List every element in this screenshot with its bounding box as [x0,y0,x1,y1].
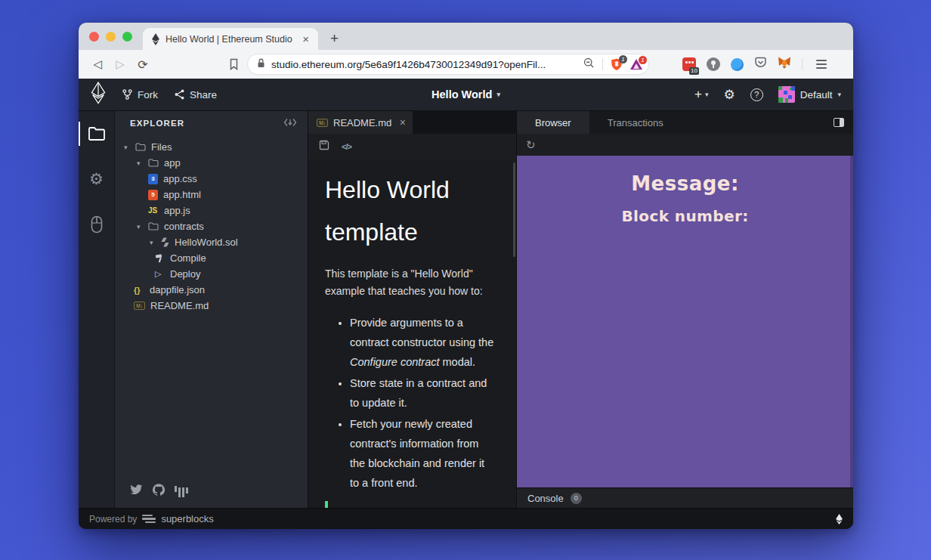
address-bar[interactable]: studio.ethereum.org/5e6a9f1426b473001234… [247,54,649,75]
tree-item-compile[interactable]: Compile [115,250,308,266]
activity-rail: ⚙ [79,111,115,508]
preview-toolbar: ↻ [517,134,853,156]
fork-label: Fork [138,89,158,101]
tree-label: app.css [163,173,197,184]
superblocks-label[interactable]: superblocks [161,513,213,524]
share-icon [175,89,184,100]
blue-extension-icon[interactable] [731,58,744,71]
tree-item-app-html[interactable]: 5 app.html [115,187,308,203]
divider [802,58,803,70]
tree-label: app [164,157,181,169]
minimize-window-button[interactable] [106,32,116,42]
caret-down-icon[interactable]: ▾ [124,144,130,151]
help-icon[interactable]: ? [750,88,763,101]
password-manager-extension-icon[interactable] [707,57,720,71]
tree-label: app.js [164,205,190,216]
tree-label: dappfile.json [150,284,205,295]
js-file-icon: JS [148,206,159,215]
superblocks-logo [142,515,156,524]
bookmark-icon[interactable] [228,58,240,70]
console-bar[interactable]: Console 0 [517,487,853,508]
github-icon[interactable] [153,484,165,499]
markdown-file-icon: M↓ [134,302,145,310]
browser-tab[interactable]: Hello World | Ethereum Studio × [143,28,318,50]
metamask-extension-icon[interactable] [778,57,791,72]
gitter-icon[interactable] [175,486,188,497]
code-view-icon[interactable]: </> [342,142,351,151]
adblock-extension-icon[interactable]: 10 [682,57,696,71]
status-bar: Powered by superblocks [79,508,853,529]
share-button[interactable]: Share [175,89,217,101]
rewards-badge: 1 [639,56,647,64]
mouse-icon [91,215,103,234]
url-text[interactable]: studio.ethereum.org/5e6a9f1426b473001234… [271,59,577,70]
reload-icon[interactable]: ⟳ [133,57,153,72]
forward-icon[interactable]: ▷ [110,57,130,71]
editor-tab-label: README.md [333,117,391,128]
rail-interact-button[interactable] [79,211,115,238]
folder-icon [135,143,146,151]
account-label: Default [800,89,833,101]
editor-tab-readme[interactable]: M↓ README.md × [308,111,413,134]
editor-scrollbar[interactable] [513,162,515,257]
save-icon[interactable] [319,140,329,153]
brave-shield-icon[interactable]: 1 [611,58,623,71]
tree-label: Compile [170,252,206,264]
refresh-preview-icon[interactable]: ↻ [526,138,536,152]
caret-down-icon[interactable]: ▾ [150,239,156,246]
brave-rewards-icon[interactable]: 1 [630,59,642,70]
solidity-icon [161,237,169,247]
project-title-dropdown[interactable]: Hello World ▾ [431,88,500,101]
avatar [778,86,795,103]
tab-close-icon[interactable]: × [301,32,311,45]
fork-button[interactable]: Fork [122,89,158,101]
markdown-preview: Hello World template This template is a … [308,159,516,508]
chevron-down-icon: ▾ [705,91,709,98]
caret-down-icon[interactable]: ▾ [137,223,143,230]
caret-down-icon[interactable]: ▾ [137,159,143,167]
back-icon[interactable]: ◁ [88,57,107,71]
tab-browser[interactable]: Browser [517,111,589,134]
share-label: Share [190,89,217,101]
tree-item-deploy[interactable]: ▷ Deploy [115,266,308,282]
rail-settings-button[interactable]: ⚙ [79,166,115,193]
collapse-explorer-icon[interactable] [283,116,297,130]
html-file-icon: 5 [148,190,158,200]
tree-item-app-js[interactable]: JS app.js [115,203,308,218]
tree-item-contracts[interactable]: ▾ contracts [115,218,308,234]
new-tab-button[interactable]: + [326,30,343,47]
adblock-badge: 10 [689,67,699,75]
rail-explorer-button[interactable] [79,122,115,146]
lock-icon [257,57,265,71]
settings-gear-icon[interactable]: ⚙ [723,87,735,103]
tree-item-helloworld-sol[interactable]: ▾ HelloWorld.sol [115,234,308,250]
ethereum-studio-app: Fork Share Hello World ▾ + ▾ ⚙ ? [79,79,853,529]
close-icon[interactable]: × [400,116,406,128]
chevron-down-icon: ▾ [496,91,500,98]
tree-item-readme-md[interactable]: M↓ README.md [115,298,308,314]
browser-titlebar: Hello World | Ethereum Studio × + [79,23,853,50]
split-view-icon[interactable] [834,118,844,127]
tree-item-app-css[interactable]: 3 app.css [115,171,308,187]
tree-item-dappfile-json[interactable]: {} dappfile.json [115,282,308,298]
tree-item-files[interactable]: ▾ Files [115,139,308,155]
twitter-icon[interactable] [130,484,143,498]
social-links [130,484,188,499]
zoom-window-button[interactable] [122,32,132,42]
new-item-button[interactable]: + ▾ [694,87,708,102]
project-title: Hello World [431,88,492,101]
folder-icon [88,126,106,141]
console-count-badge: 0 [571,493,582,504]
ethereum-favicon [152,33,159,45]
account-dropdown[interactable]: Default ▾ [778,86,841,103]
tree-item-app[interactable]: ▾ app [115,155,308,171]
tab-transactions[interactable]: Transactions [589,111,682,134]
menu-icon[interactable] [816,60,827,69]
close-window-button[interactable] [89,32,99,42]
readme-bullet: Fetch your newly created contract's info… [350,414,496,493]
pocket-extension-icon[interactable] [754,57,767,72]
browser-window: Hello World | Ethereum Studio × + ◁ ▷ ⟳ … [79,23,853,529]
tree-label: Deploy [170,268,200,280]
zoom-out-icon[interactable] [583,57,595,72]
markdown-file-icon: M↓ [317,119,328,127]
